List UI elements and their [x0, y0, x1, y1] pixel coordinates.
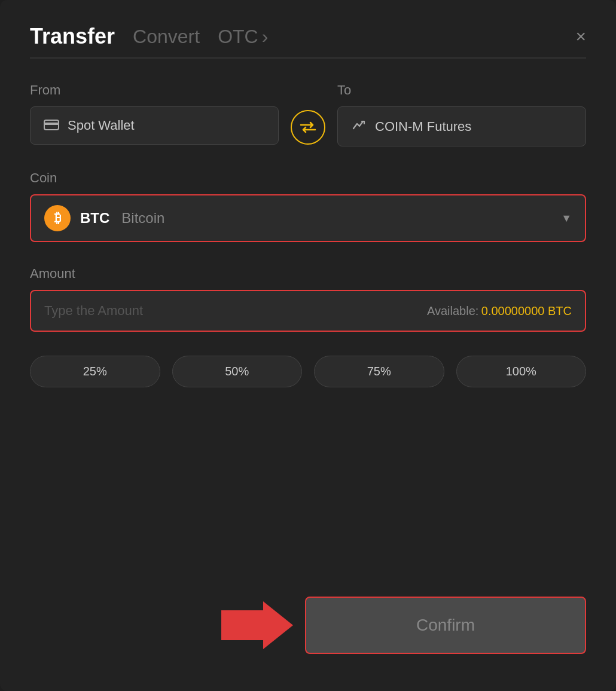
- header-tabs: Transfer Convert OTC › ×: [30, 24, 586, 57]
- coin-section: Coin ₿ BTC Bitcoin ▼: [30, 170, 586, 242]
- header-divider: [30, 57, 586, 59]
- coin-full-name: Bitcoin: [121, 210, 164, 227]
- pct-75-button[interactable]: 75%: [314, 356, 444, 387]
- transfer-modal: Transfer Convert OTC › × From Spot Walle…: [0, 0, 616, 691]
- amount-placeholder[interactable]: Type the Amount: [44, 303, 143, 319]
- swap-button-container: [279, 82, 337, 145]
- from-wallet-selector[interactable]: Spot Wallet: [30, 106, 279, 145]
- available-value: 0.00000000 BTC: [481, 304, 572, 317]
- svg-rect-1: [44, 123, 59, 125]
- futures-icon: [351, 118, 367, 135]
- bottom-area: Confirm: [30, 595, 586, 655]
- wallet-icon: [44, 118, 59, 133]
- btc-icon: ₿: [44, 205, 71, 231]
- close-button[interactable]: ×: [575, 27, 586, 54]
- arrow-container: [30, 595, 305, 655]
- to-column: To COIN-M Futures: [337, 82, 586, 146]
- from-label: From: [30, 82, 279, 98]
- tab-transfer[interactable]: Transfer: [30, 24, 115, 57]
- confirm-button[interactable]: Confirm: [305, 597, 586, 654]
- coin-symbol: BTC: [80, 210, 109, 227]
- chevron-down-icon: ▼: [561, 212, 572, 225]
- tab-convert[interactable]: Convert: [133, 26, 200, 56]
- to-label: To: [337, 82, 586, 98]
- to-wallet-label: COIN-M Futures: [375, 119, 471, 134]
- from-wallet-label: Spot Wallet: [68, 118, 135, 133]
- pct-50-button[interactable]: 50%: [172, 356, 303, 387]
- red-arrow-icon: [221, 595, 293, 655]
- amount-section: Amount Type the Amount Available: 0.0000…: [30, 266, 586, 332]
- from-column: From Spot Wallet: [30, 82, 279, 145]
- amount-label: Amount: [30, 266, 75, 281]
- amount-box: Type the Amount Available: 0.00000000 BT…: [30, 290, 586, 332]
- percentage-buttons: 25% 50% 75% 100%: [30, 356, 586, 387]
- available-label: Available:: [427, 304, 478, 317]
- svg-marker-2: [221, 601, 293, 649]
- pct-100-button[interactable]: 100%: [456, 356, 587, 387]
- available-info: Available: 0.00000000 BTC: [427, 304, 572, 318]
- swap-button[interactable]: [291, 110, 325, 145]
- tab-otc[interactable]: OTC ›: [218, 26, 268, 56]
- pct-25-button[interactable]: 25%: [30, 356, 160, 387]
- coin-label: Coin: [30, 170, 57, 185]
- to-wallet-selector[interactable]: COIN-M Futures: [337, 106, 586, 146]
- from-to-section: From Spot Wallet To: [30, 82, 586, 146]
- otc-chevron-icon: ›: [262, 26, 269, 48]
- coin-selector[interactable]: ₿ BTC Bitcoin ▼: [30, 194, 586, 242]
